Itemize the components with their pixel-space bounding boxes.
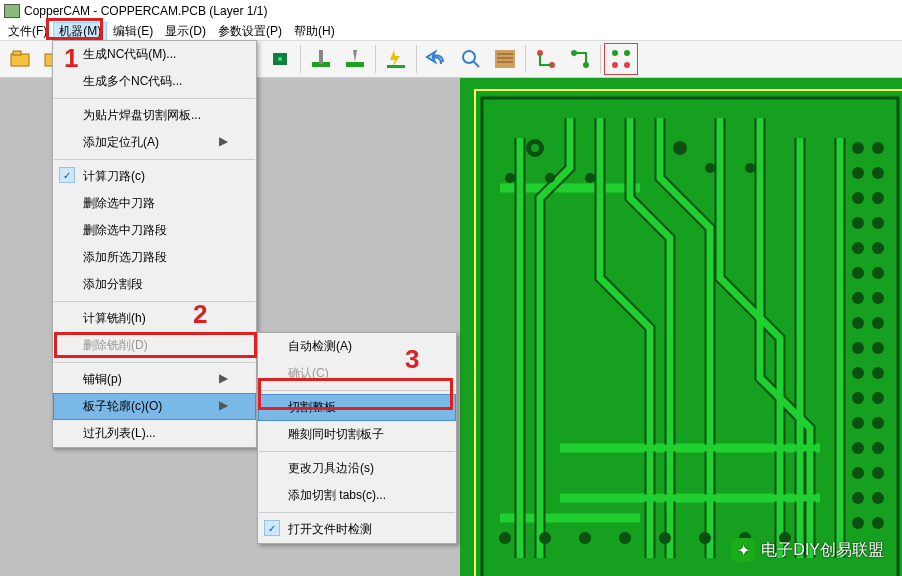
menu-item[interactable]: 计算铣削(h) — [53, 305, 256, 332]
svg-point-43 — [852, 342, 864, 354]
toolbar-route1-icon[interactable] — [529, 43, 563, 75]
toolbar-zap-icon[interactable] — [379, 43, 413, 75]
menu-separator — [259, 512, 455, 513]
svg-point-76 — [539, 532, 551, 544]
svg-point-69 — [673, 141, 687, 155]
menu-item[interactable]: 自动检测(A) — [258, 333, 456, 360]
menu-item-label: 过孔列表(L)... — [83, 425, 156, 442]
menu-item[interactable]: 铺铜(p)▶ — [53, 366, 256, 393]
menu-item[interactable]: 切割整板 — [258, 394, 456, 421]
menu-item-label: 雕刻同时切割板子 — [288, 426, 384, 443]
menu-edit[interactable]: 编辑(E) — [107, 22, 159, 41]
toolbar-trace2-icon[interactable] — [263, 43, 297, 75]
svg-point-60 — [872, 367, 884, 379]
svg-point-58 — [872, 317, 884, 329]
menu-item-label: 更改刀具边沿(s) — [288, 460, 374, 477]
toolbar-undo-icon[interactable] — [420, 43, 454, 75]
menu-item-label: 为贴片焊盘切割网板... — [83, 107, 201, 124]
svg-rect-17 — [387, 65, 405, 68]
svg-point-38 — [852, 217, 864, 229]
svg-point-62 — [872, 417, 884, 429]
menu-item-label: 打开文件时检测 — [288, 521, 372, 538]
menu-item[interactable]: 删除铣削(D) — [53, 332, 256, 359]
submenu-arrow-icon: ▶ — [219, 398, 228, 415]
toolbar-pcb-icon[interactable] — [488, 43, 522, 75]
svg-point-39 — [852, 242, 864, 254]
svg-point-55 — [872, 242, 884, 254]
menu-item[interactable]: 打开文件时检测✓ — [258, 516, 456, 543]
pcb-viewport[interactable] — [460, 78, 902, 576]
toolbar-route3-icon[interactable] — [604, 43, 638, 75]
toolbar-open-icon[interactable] — [4, 43, 38, 75]
svg-point-56 — [872, 267, 884, 279]
menu-item[interactable]: 生成多个NC代码... — [53, 68, 256, 95]
annotation-label-2: 2 — [193, 299, 207, 330]
menu-item-label: 添加所选刀路段 — [83, 249, 167, 266]
svg-point-47 — [852, 442, 864, 454]
menu-item[interactable]: 添加分割段 — [53, 271, 256, 298]
svg-point-46 — [852, 417, 864, 429]
svg-point-77 — [579, 532, 591, 544]
svg-point-73 — [545, 173, 555, 183]
check-icon: ✓ — [264, 520, 280, 536]
menu-item[interactable]: 雕刻同时切割板子 — [258, 421, 456, 448]
menu-item[interactable]: 添加所选刀路段 — [53, 244, 256, 271]
toolbar-drill1-icon[interactable] — [304, 43, 338, 75]
svg-point-37 — [852, 192, 864, 204]
board-outline-submenu: 自动检测(A)确认(C)切割整板雕刻同时切割板子更改刀具边沿(s)添加切割 ta… — [257, 332, 457, 544]
menu-separator — [54, 301, 255, 302]
svg-point-72 — [505, 173, 515, 183]
svg-point-70 — [705, 163, 715, 173]
menu-file[interactable]: 文件(F) — [2, 22, 53, 41]
svg-point-65 — [872, 492, 884, 504]
window-titlebar: CopperCAM - COPPERCAM.PCB (Layer 1/1) — [0, 0, 902, 22]
svg-line-19 — [473, 61, 479, 67]
menu-item[interactable]: 删除选中刀路 — [53, 190, 256, 217]
menu-item[interactable]: 更改刀具边沿(s) — [258, 455, 456, 482]
menu-item-label: 添加分割段 — [83, 276, 143, 293]
menu-item[interactable]: 生成NC代码(M)... — [53, 41, 256, 68]
svg-point-59 — [872, 342, 884, 354]
toolbar-drill2-icon[interactable] — [338, 43, 372, 75]
menu-help[interactable]: 帮助(H) — [288, 22, 341, 41]
svg-rect-15 — [319, 50, 323, 64]
svg-point-28 — [612, 50, 618, 56]
menu-item[interactable]: 过孔列表(L)... — [53, 420, 256, 447]
menu-item-label: 添加定位孔(A) — [83, 134, 159, 151]
check-icon: ✓ — [59, 167, 75, 183]
svg-rect-0 — [11, 54, 29, 66]
menu-item[interactable]: 删除选中刀路段 — [53, 217, 256, 244]
submenu-arrow-icon: ▶ — [219, 371, 228, 388]
menu-separator — [259, 451, 455, 452]
menu-machine[interactable]: 机器(M) — [53, 22, 107, 41]
svg-point-75 — [499, 532, 511, 544]
toolbar-sep — [600, 45, 601, 73]
menu-item-label: 计算刀路(c) — [83, 168, 145, 185]
menu-separator — [54, 362, 255, 363]
menu-display[interactable]: 显示(D) — [159, 22, 212, 41]
svg-rect-16 — [346, 62, 364, 67]
menu-item-label: 计算铣削(h) — [83, 310, 146, 327]
menu-item[interactable]: 添加定位孔(A)▶ — [53, 129, 256, 156]
menu-item[interactable]: 为贴片焊盘切割网板... — [53, 102, 256, 129]
menu-item-label: 自动检测(A) — [288, 338, 352, 355]
menu-item[interactable]: 添加切割 tabs(c)... — [258, 482, 456, 509]
menu-item[interactable]: 确认(C) — [258, 360, 456, 387]
pcb-drawing — [460, 78, 902, 576]
menu-item[interactable]: 计算刀路(c)✓ — [53, 163, 256, 190]
toolbar-zoom-icon[interactable] — [454, 43, 488, 75]
menu-item-label: 确认(C) — [288, 365, 329, 382]
menu-item-label: 切割整板 — [288, 399, 336, 416]
menu-item-label: 删除铣削(D) — [83, 337, 148, 354]
menu-params[interactable]: 参数设置(P) — [212, 22, 288, 41]
svg-point-30 — [612, 62, 618, 68]
annotation-label-3: 3 — [405, 344, 419, 375]
svg-point-64 — [872, 467, 884, 479]
menu-item-label: 删除选中刀路段 — [83, 222, 167, 239]
svg-point-74 — [585, 173, 595, 183]
menu-item[interactable]: 板子轮廓(c)(O)▶ — [53, 393, 256, 420]
svg-point-45 — [852, 392, 864, 404]
svg-point-36 — [852, 167, 864, 179]
svg-point-53 — [872, 192, 884, 204]
toolbar-route2-icon[interactable] — [563, 43, 597, 75]
